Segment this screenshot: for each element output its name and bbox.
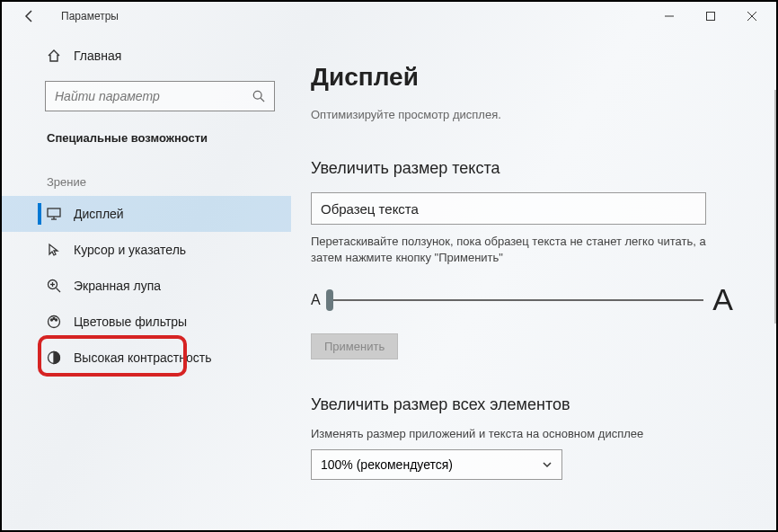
home-icon xyxy=(47,49,61,63)
slider-thumb[interactable] xyxy=(326,289,333,311)
cursor-icon xyxy=(47,243,61,257)
sidebar-item-label: Высокая контрастность xyxy=(74,350,211,365)
search-icon xyxy=(252,90,265,102)
scale-description: Изменять размер приложений и текста на о… xyxy=(311,427,758,440)
titlebar-left: Параметры xyxy=(20,6,119,26)
sidebar-item-cursor[interactable]: Курсор и указатель xyxy=(2,232,291,268)
slider-label-large: A xyxy=(712,282,733,317)
sidebar-item-label: Курсор и указатель xyxy=(74,243,186,257)
page-title: Дисплей xyxy=(311,63,758,92)
body-area: Главная Специальные возможности Зрение Д… xyxy=(2,31,776,530)
sidebar-item-label: Цветовые фильтры xyxy=(74,315,187,329)
svg-line-10 xyxy=(57,288,61,293)
text-size-slider-row: A A xyxy=(311,282,733,317)
sidebar-item-magnifier[interactable]: Экранная лупа xyxy=(2,268,291,304)
titlebar: Параметры xyxy=(2,2,776,31)
maximize-button[interactable] xyxy=(690,2,731,31)
slider-hint: Перетаскивайте ползунок, пока образец те… xyxy=(311,234,724,266)
svg-line-5 xyxy=(261,98,264,102)
sidebar-item-label: Экранная лупа xyxy=(74,279,161,293)
maximize-icon xyxy=(706,12,715,21)
sidebar-item-display[interactable]: Дисплей xyxy=(2,196,291,232)
svg-rect-6 xyxy=(48,208,60,217)
sample-text: Образец текста xyxy=(321,201,419,217)
svg-rect-1 xyxy=(707,13,715,21)
window-controls xyxy=(649,2,773,31)
arrow-left-icon xyxy=(22,9,37,23)
apply-button[interactable]: Применить xyxy=(311,333,398,359)
svg-point-14 xyxy=(51,319,53,321)
main-panel: Дисплей Оптимизируйте просмотр дисплея. … xyxy=(291,31,776,530)
svg-point-15 xyxy=(53,318,55,320)
scale-value: 100% (рекомендуется) xyxy=(321,457,453,472)
sidebar-item-color-filters[interactable]: Цветовые фильтры xyxy=(2,304,291,340)
page-subtitle: Оптимизируйте просмотр дисплея. xyxy=(311,108,758,121)
sidebar-item-label: Дисплей xyxy=(74,207,124,221)
search-input[interactable] xyxy=(55,89,234,103)
magnifier-icon xyxy=(47,279,61,293)
minimize-button[interactable] xyxy=(649,2,690,31)
app-title: Параметры xyxy=(61,10,119,22)
sidebar-item-high-contrast[interactable]: Высокая контрастность xyxy=(2,340,291,376)
search-box[interactable] xyxy=(45,81,275,111)
group-label-vision: Зрение xyxy=(2,154,291,196)
sidebar: Главная Специальные возможности Зрение Д… xyxy=(2,31,291,530)
section-text-size-title: Увеличить размер текста xyxy=(311,159,758,178)
svg-point-4 xyxy=(253,91,261,99)
display-icon xyxy=(47,207,61,221)
chevron-down-icon xyxy=(542,459,553,470)
scale-dropdown[interactable]: 100% (рекомендуется) xyxy=(311,449,562,480)
settings-window: Параметры Главная Специальные во xyxy=(0,0,778,532)
scrollbar[interactable] xyxy=(774,90,776,324)
close-icon xyxy=(747,12,756,21)
section-title: Специальные возможности xyxy=(2,111,291,154)
section-scale-title: Увеличить размер всех элементов xyxy=(311,395,758,414)
palette-icon xyxy=(47,315,61,329)
back-button[interactable] xyxy=(20,6,40,26)
close-button[interactable] xyxy=(731,2,773,31)
contrast-icon xyxy=(47,350,61,365)
text-size-slider[interactable] xyxy=(330,299,704,301)
minimize-icon xyxy=(665,12,674,21)
slider-label-small: A xyxy=(311,292,321,308)
sample-text-box: Образец текста xyxy=(311,192,706,225)
svg-point-16 xyxy=(56,319,57,321)
home-link[interactable]: Главная xyxy=(2,43,291,68)
home-label: Главная xyxy=(74,49,121,63)
